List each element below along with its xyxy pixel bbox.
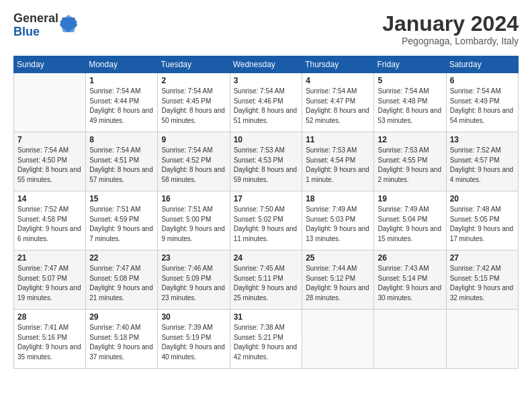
col-saturday: Saturday	[446, 56, 518, 73]
logo-icon	[60, 13, 77, 34]
day-info: Sunrise: 7:41 AM Sunset: 5:16 PM Dayligh…	[17, 323, 82, 362]
calendar-header-row: Sunday Monday Tuesday Wednesday Thursday…	[14, 56, 519, 73]
day-number: 14	[17, 194, 82, 203]
table-row: 13Sunrise: 7:52 AM Sunset: 4:57 PM Dayli…	[446, 132, 518, 191]
table-row: 16Sunrise: 7:51 AM Sunset: 5:00 PM Dayli…	[158, 191, 230, 250]
header: GeneralBlue January 2024 Pegognaga, Lomb…	[13, 12, 519, 46]
table-row: 2Sunrise: 7:54 AM Sunset: 4:45 PM Daylig…	[158, 73, 230, 132]
day-info: Sunrise: 7:54 AM Sunset: 4:48 PM Dayligh…	[378, 87, 442, 126]
day-number: 20	[450, 194, 515, 203]
day-info: Sunrise: 7:54 AM Sunset: 4:50 PM Dayligh…	[17, 146, 82, 185]
month-title: January 2024	[382, 12, 519, 36]
day-number: 18	[306, 194, 370, 203]
calendar-week-row: 7Sunrise: 7:54 AM Sunset: 4:50 PM Daylig…	[14, 132, 519, 191]
day-info: Sunrise: 7:38 AM Sunset: 5:21 PM Dayligh…	[234, 323, 299, 362]
day-number: 1	[89, 76, 154, 85]
col-friday: Friday	[374, 56, 446, 73]
table-row: 1Sunrise: 7:54 AM Sunset: 4:44 PM Daylig…	[86, 73, 158, 132]
day-info: Sunrise: 7:52 AM Sunset: 4:58 PM Dayligh…	[17, 205, 82, 244]
logo-text: GeneralBlue	[13, 12, 58, 39]
day-info: Sunrise: 7:54 AM Sunset: 4:49 PM Dayligh…	[450, 87, 515, 126]
day-number: 21	[17, 253, 82, 263]
day-number: 10	[234, 135, 299, 144]
day-info: Sunrise: 7:40 AM Sunset: 5:18 PM Dayligh…	[89, 323, 154, 362]
day-number: 16	[161, 194, 226, 203]
table-row	[302, 310, 374, 369]
day-number: 8	[89, 135, 154, 144]
table-row: 12Sunrise: 7:53 AM Sunset: 4:55 PM Dayli…	[374, 132, 446, 191]
calendar-week-row: 28Sunrise: 7:41 AM Sunset: 5:16 PM Dayli…	[14, 310, 519, 369]
table-row: 26Sunrise: 7:43 AM Sunset: 5:14 PM Dayli…	[374, 250, 446, 310]
day-number: 24	[234, 253, 299, 263]
day-number: 17	[234, 194, 299, 203]
table-row: 6Sunrise: 7:54 AM Sunset: 4:49 PM Daylig…	[446, 73, 518, 132]
day-number: 5	[378, 76, 442, 85]
calendar-week-row: 1Sunrise: 7:54 AM Sunset: 4:44 PM Daylig…	[14, 73, 519, 132]
day-number: 25	[306, 253, 370, 263]
table-row: 7Sunrise: 7:54 AM Sunset: 4:50 PM Daylig…	[14, 132, 86, 191]
day-info: Sunrise: 7:53 AM Sunset: 4:54 PM Dayligh…	[306, 146, 370, 185]
location-subtitle: Pegognaga, Lombardy, Italy	[382, 36, 519, 46]
calendar-week-row: 14Sunrise: 7:52 AM Sunset: 4:58 PM Dayli…	[14, 191, 519, 250]
table-row: 31Sunrise: 7:38 AM Sunset: 5:21 PM Dayli…	[230, 310, 302, 369]
day-info: Sunrise: 7:46 AM Sunset: 5:09 PM Dayligh…	[161, 264, 226, 303]
day-info: Sunrise: 7:43 AM Sunset: 5:14 PM Dayligh…	[378, 264, 442, 303]
table-row: 20Sunrise: 7:48 AM Sunset: 5:05 PM Dayli…	[446, 191, 518, 250]
day-number: 13	[450, 135, 515, 144]
day-number: 29	[89, 312, 154, 322]
calendar-week-row: 21Sunrise: 7:47 AM Sunset: 5:07 PM Dayli…	[14, 250, 519, 310]
day-info: Sunrise: 7:54 AM Sunset: 4:44 PM Dayligh…	[89, 87, 154, 126]
day-number: 22	[89, 253, 154, 263]
table-row	[446, 310, 518, 369]
day-number: 23	[161, 253, 226, 263]
table-row: 19Sunrise: 7:49 AM Sunset: 5:04 PM Dayli…	[374, 191, 446, 250]
logo: GeneralBlue	[13, 12, 77, 39]
day-number: 9	[161, 135, 226, 144]
svg-marker-1	[60, 15, 77, 32]
table-row: 28Sunrise: 7:41 AM Sunset: 5:16 PM Dayli…	[14, 310, 86, 369]
day-info: Sunrise: 7:53 AM Sunset: 4:53 PM Dayligh…	[234, 146, 299, 185]
table-row: 10Sunrise: 7:53 AM Sunset: 4:53 PM Dayli…	[230, 132, 302, 191]
day-info: Sunrise: 7:54 AM Sunset: 4:46 PM Dayligh…	[234, 87, 299, 126]
table-row: 25Sunrise: 7:44 AM Sunset: 5:12 PM Dayli…	[302, 250, 374, 310]
day-info: Sunrise: 7:53 AM Sunset: 4:55 PM Dayligh…	[378, 146, 442, 185]
day-info: Sunrise: 7:51 AM Sunset: 4:59 PM Dayligh…	[89, 205, 154, 244]
table-row: 27Sunrise: 7:42 AM Sunset: 5:15 PM Dayli…	[446, 250, 518, 310]
table-row: 11Sunrise: 7:53 AM Sunset: 4:54 PM Dayli…	[302, 132, 374, 191]
table-row: 24Sunrise: 7:45 AM Sunset: 5:11 PM Dayli…	[230, 250, 302, 310]
day-info: Sunrise: 7:39 AM Sunset: 5:19 PM Dayligh…	[161, 323, 226, 362]
table-row: 4Sunrise: 7:54 AM Sunset: 4:47 PM Daylig…	[302, 73, 374, 132]
day-number: 15	[89, 194, 154, 203]
day-number: 6	[450, 76, 515, 85]
page: GeneralBlue January 2024 Pegognaga, Lomb…	[0, 0, 532, 375]
day-info: Sunrise: 7:45 AM Sunset: 5:11 PM Dayligh…	[234, 264, 299, 303]
table-row	[374, 310, 446, 369]
table-row: 9Sunrise: 7:54 AM Sunset: 4:52 PM Daylig…	[158, 132, 230, 191]
day-number: 2	[161, 76, 226, 85]
col-sunday: Sunday	[14, 56, 86, 73]
table-row: 3Sunrise: 7:54 AM Sunset: 4:46 PM Daylig…	[230, 73, 302, 132]
calendar-table: Sunday Monday Tuesday Wednesday Thursday…	[13, 56, 519, 369]
table-row	[14, 73, 86, 132]
title-area: January 2024 Pegognaga, Lombardy, Italy	[382, 12, 519, 46]
day-info: Sunrise: 7:54 AM Sunset: 4:47 PM Dayligh…	[306, 87, 370, 126]
table-row: 17Sunrise: 7:50 AM Sunset: 5:02 PM Dayli…	[230, 191, 302, 250]
day-info: Sunrise: 7:50 AM Sunset: 5:02 PM Dayligh…	[234, 205, 299, 244]
col-thursday: Thursday	[302, 56, 374, 73]
table-row: 18Sunrise: 7:49 AM Sunset: 5:03 PM Dayli…	[302, 191, 374, 250]
table-row: 5Sunrise: 7:54 AM Sunset: 4:48 PM Daylig…	[374, 73, 446, 132]
day-number: 30	[161, 312, 226, 322]
table-row: 23Sunrise: 7:46 AM Sunset: 5:09 PM Dayli…	[158, 250, 230, 310]
day-number: 11	[306, 135, 370, 144]
table-row: 22Sunrise: 7:47 AM Sunset: 5:08 PM Dayli…	[86, 250, 158, 310]
table-row: 14Sunrise: 7:52 AM Sunset: 4:58 PM Dayli…	[14, 191, 86, 250]
day-number: 26	[378, 253, 442, 263]
day-info: Sunrise: 7:51 AM Sunset: 5:00 PM Dayligh…	[161, 205, 226, 244]
day-number: 12	[378, 135, 442, 144]
day-number: 4	[306, 76, 370, 85]
day-number: 3	[234, 76, 299, 85]
col-wednesday: Wednesday	[230, 56, 302, 73]
day-info: Sunrise: 7:54 AM Sunset: 4:52 PM Dayligh…	[161, 146, 226, 185]
table-row: 30Sunrise: 7:39 AM Sunset: 5:19 PM Dayli…	[158, 310, 230, 369]
table-row: 15Sunrise: 7:51 AM Sunset: 4:59 PM Dayli…	[86, 191, 158, 250]
